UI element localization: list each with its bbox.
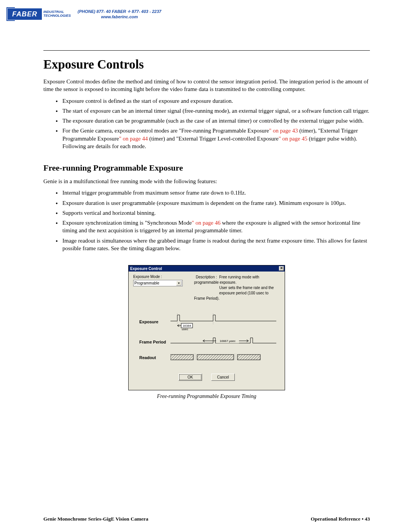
section-title: Free-running Programmable Exposure <box>43 163 370 173</box>
svg-text:16667  µsec: 16667 µsec <box>220 339 236 343</box>
list-item: The exposure duration can be programmabl… <box>62 117 370 125</box>
list-item: Exposure control is defined as the start… <box>62 97 370 105</box>
intro-paragraph: Exposure Control modes define the method… <box>43 78 370 93</box>
row-label: Readout <box>139 355 170 360</box>
figure-caption: Free-running Programmable Exposure Timin… <box>157 393 256 399</box>
contact-block: (PHONE) 877- 40 FABER ✧ 877- 403 - 2237 … <box>78 9 161 20</box>
phone-line: (PHONE) 877- 40 FABER ✧ 877- 403 - 2237 <box>78 9 161 14</box>
list-item: Exposure synchronization timing is "Sync… <box>62 219 370 235</box>
cancel-button[interactable]: Cancel <box>211 374 235 381</box>
desc-line: User sets the frame rate and the <box>219 286 274 290</box>
logo: FABER INDUSTRIAL TECHNOLOGIES <box>8 8 71 20</box>
timing-row-frame: Frame Period 16667 µsec <box>139 337 276 347</box>
desc-label: Description : <box>194 275 217 280</box>
row-label: Exposure <box>139 320 170 324</box>
svg-rect-10 <box>170 355 193 360</box>
page-header: FABER INDUSTRIAL TECHNOLOGIES (PHONE) 87… <box>0 0 411 20</box>
readout-waveform <box>170 354 276 361</box>
section-rule <box>43 50 370 51</box>
text: (timer) and "External Trigger Level-cont… <box>148 136 279 142</box>
svg-rect-11 <box>197 355 234 360</box>
page-title: Exposure Controls <box>43 58 370 72</box>
footer-left: Genie Monochrome Series-GigE Vision Came… <box>43 516 148 522</box>
section-lead: Genie is in a multifunctional free runni… <box>43 177 370 185</box>
bullet-list-2: Internal trigger programmable from maxim… <box>43 189 370 252</box>
text: Exposure synchronization timing is "Sync… <box>62 220 192 226</box>
logo-mark: FABER <box>8 8 42 20</box>
mode-label: Exposure Mode : <box>133 275 186 279</box>
row-label: Frame Period <box>139 340 170 344</box>
list-item: Exposure duration is user programmable (… <box>62 199 370 207</box>
list-item: The start of exposure can be an internal… <box>62 107 370 115</box>
logo-subtext: INDUSTRIAL TECHNOLOGIES <box>43 10 71 18</box>
exposure-control-dialog: Exposure Control ✕ Exposure Mode : Progr… <box>128 265 285 390</box>
list-item: Image readout is simultaneous where the … <box>62 237 370 252</box>
description-block: Description :Free running mode with prog… <box>194 275 280 301</box>
close-icon[interactable]: ✕ <box>279 266 284 271</box>
exposure-waveform: 16384 µsec <box>170 313 276 330</box>
svg-text:16384: 16384 <box>182 324 191 328</box>
dialog-figure: Exposure Control ✕ Exposure Mode : Progr… <box>43 265 370 399</box>
timing-row-readout: Readout <box>139 354 276 361</box>
page-ref: " on page 44 <box>119 136 148 142</box>
bullet-list-1: Exposure control is defined as the start… <box>43 97 370 150</box>
list-item: For the Genie camera, exposure control m… <box>62 127 370 150</box>
logo-sub1: INDUSTRIAL <box>43 10 64 14</box>
website-line: www.faberinc.com <box>78 14 161 19</box>
exposure-mode-select[interactable]: Programmable ▼ <box>133 280 183 286</box>
list-item: Internal trigger programmable from maxim… <box>62 189 370 197</box>
page-ref: " on page 45 <box>279 136 307 142</box>
dialog-titlebar: Exposure Control ✕ <box>129 265 285 272</box>
timing-row-exposure: Exposure <box>139 313 276 330</box>
frame-period-waveform: 16667 µsec <box>170 337 276 347</box>
select-value: Programmable <box>134 281 159 285</box>
list-item: Supports vertical and horizontal binning… <box>62 209 370 217</box>
page-footer: Genie Monochrome Series-GigE Vision Came… <box>43 516 370 522</box>
footer-right: Operational Reference • 43 <box>311 516 370 522</box>
dialog-title: Exposure Control <box>130 267 162 271</box>
svg-rect-12 <box>237 355 260 360</box>
page-ref: " on page 46 <box>192 220 221 226</box>
logo-sub2: TECHNOLOGIES <box>43 14 71 18</box>
ok-button[interactable]: OK <box>178 374 202 381</box>
text: For the Genie camera, exposure control m… <box>62 128 269 134</box>
page-ref: " on page 43 <box>269 128 298 134</box>
desc-line: exposure period (100 usec to Frame Perio… <box>194 291 269 300</box>
svg-text:µsec: µsec <box>182 328 188 330</box>
chevron-down-icon: ▼ <box>176 281 182 286</box>
